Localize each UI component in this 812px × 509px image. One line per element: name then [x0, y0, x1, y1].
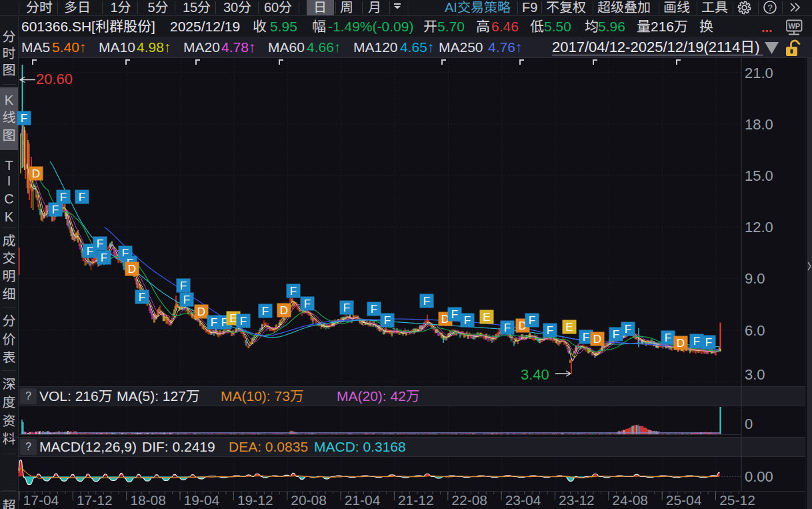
svg-text:18-08: 18-08 [130, 492, 166, 508]
svg-text:E: E [483, 311, 490, 324]
svg-text:24-08: 24-08 [612, 492, 648, 508]
svg-text:F: F [583, 331, 589, 344]
svg-text:F: F [139, 291, 145, 304]
svg-text:17-04: 17-04 [23, 492, 59, 508]
svg-text:F: F [504, 322, 511, 334]
svg-text:9.0: 9.0 [745, 270, 765, 287]
svg-text:F: F [304, 298, 311, 310]
svg-text:F: F [384, 314, 391, 327]
svg-text:0.00: 0.00 [745, 468, 773, 485]
svg-text:F: F [183, 294, 190, 306]
svg-text:F: F [464, 314, 471, 327]
svg-text:F: F [613, 328, 619, 341]
svg-text:F: F [693, 335, 700, 348]
svg-text:F: F [343, 302, 350, 314]
svg-text:F: F [87, 245, 93, 258]
svg-text:F: F [451, 308, 458, 321]
svg-text:18.0: 18.0 [745, 116, 773, 133]
svg-text:F: F [262, 305, 269, 318]
svg-text:F: F [547, 324, 553, 337]
svg-text:F: F [625, 323, 631, 336]
svg-text:17-12: 17-12 [77, 492, 113, 508]
svg-text:3.0: 3.0 [745, 366, 765, 383]
svg-text:23-12: 23-12 [559, 492, 595, 508]
svg-text:12.0: 12.0 [745, 219, 773, 235]
svg-text:22-08: 22-08 [451, 492, 487, 508]
svg-text:F: F [60, 191, 67, 203]
svg-text:25-12: 25-12 [719, 492, 755, 508]
svg-text:21-04: 21-04 [345, 492, 381, 508]
svg-text:F: F [180, 280, 187, 292]
svg-text:19-04: 19-04 [184, 492, 220, 508]
svg-text:20-08: 20-08 [291, 492, 327, 508]
svg-text:15.0: 15.0 [745, 167, 773, 184]
svg-text:F: F [21, 112, 27, 125]
svg-text:D: D [128, 263, 136, 276]
svg-text:WP: WP [788, 22, 800, 30]
svg-text:F: F [665, 332, 671, 344]
svg-text:F: F [290, 285, 297, 298]
svg-text:F: F [79, 191, 85, 203]
svg-text:D: D [677, 337, 685, 350]
svg-text:F: F [423, 295, 430, 308]
svg-text:F: F [371, 303, 377, 316]
svg-text:D: D [32, 167, 40, 180]
svg-text:F: F [211, 316, 217, 329]
svg-text:F: F [529, 314, 535, 327]
svg-text:D: D [593, 333, 601, 346]
svg-text:F: F [97, 237, 103, 250]
svg-text:25-04: 25-04 [666, 492, 702, 508]
svg-text:6.0: 6.0 [745, 322, 765, 339]
svg-text:F: F [101, 251, 107, 264]
svg-text:E: E [565, 321, 573, 334]
svg-text:D: D [197, 306, 205, 318]
svg-text:21.0: 21.0 [745, 65, 773, 81]
svg-text:21-12: 21-12 [398, 492, 434, 508]
svg-text:F: F [240, 315, 247, 328]
svg-text:3.40: 3.40 [521, 366, 549, 383]
svg-text:D: D [280, 304, 288, 317]
svg-text:?: ? [767, 3, 772, 13]
svg-text:20.60: 20.60 [36, 71, 73, 87]
svg-text:19-12: 19-12 [237, 492, 273, 508]
svg-text:E: E [229, 312, 237, 325]
svg-text:F: F [52, 203, 59, 216]
svg-text:F: F [705, 336, 712, 349]
svg-text:23-04: 23-04 [505, 492, 541, 508]
svg-text:0: 0 [745, 416, 753, 432]
